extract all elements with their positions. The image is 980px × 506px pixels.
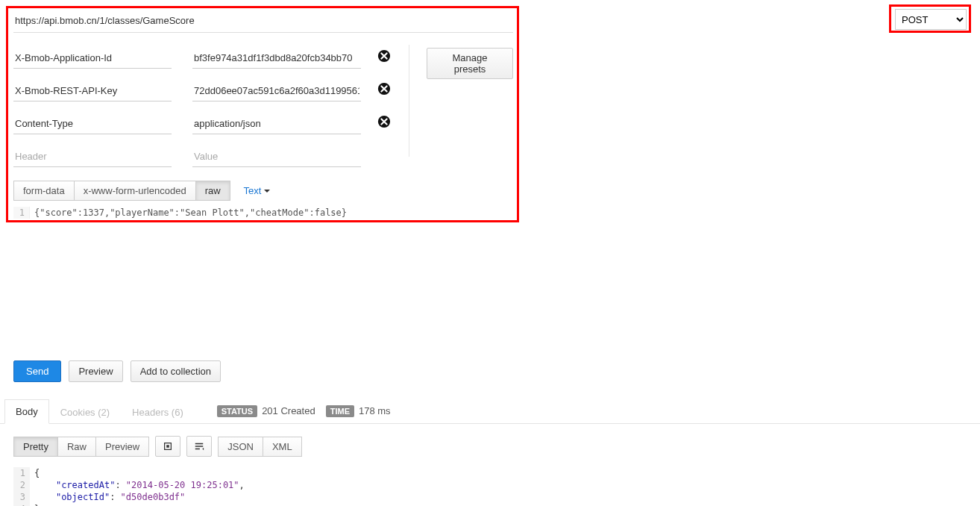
header-key-input[interactable] [13, 115, 172, 134]
view-raw[interactable]: Raw [58, 437, 96, 457]
header-row [13, 82, 391, 101]
remove-header-icon[interactable] [377, 115, 391, 128]
header-row-empty [13, 148, 391, 167]
vertical-separator [409, 45, 409, 157]
send-button[interactable]: Send [13, 360, 61, 382]
add-to-collection-button[interactable]: Add to collection [131, 360, 221, 382]
time-value: 178 ms [359, 405, 391, 416]
header-value-input[interactable] [192, 115, 361, 134]
manage-presets-button[interactable]: Manage presets [427, 48, 513, 79]
header-value-input[interactable] [192, 49, 361, 69]
status-value: 201 Created [262, 405, 315, 416]
format-json[interactable]: JSON [218, 437, 263, 457]
wrap-lines-icon[interactable] [186, 436, 212, 457]
header-key-input[interactable] [13, 82, 172, 101]
response-tab-headers[interactable]: Headers (6) [121, 400, 195, 424]
header-value-input[interactable] [192, 82, 361, 101]
request-url-input[interactable] [13, 12, 513, 33]
raw-format-dropdown[interactable]: Text [244, 185, 271, 196]
body-type-raw[interactable]: raw [196, 181, 230, 201]
svg-rect-4 [166, 445, 169, 448]
request-body-line: {"score":1337,"playerName":"Sean Plott",… [30, 207, 347, 219]
response-body-viewer: 1234 { "createdAt": "2014-05-20 19:25:01… [13, 467, 967, 506]
remove-header-icon[interactable] [377, 82, 391, 96]
header-row [13, 49, 391, 69]
format-xml[interactable]: XML [263, 437, 302, 457]
body-type-tabs: form-data x-www-form-urlencoded raw [13, 181, 230, 201]
copy-response-icon[interactable] [155, 436, 180, 457]
header-key-input[interactable] [13, 148, 172, 167]
request-body-editor[interactable]: 1 {"score":1337,"playerName":"Sean Plott… [13, 207, 967, 219]
time-chip: TIME [326, 405, 354, 417]
caret-down-icon [264, 190, 270, 193]
raw-format-label: Text [244, 185, 262, 196]
http-method-select[interactable]: POST [895, 9, 967, 30]
header-key-input[interactable] [13, 49, 172, 69]
preview-button[interactable]: Preview [69, 360, 122, 382]
remove-header-icon[interactable] [377, 49, 391, 63]
line-gutter: 1 [13, 207, 30, 219]
response-gutter: 1234 [13, 467, 30, 506]
view-pretty[interactable]: Pretty [13, 437, 58, 457]
header-row [13, 115, 391, 134]
view-preview[interactable]: Preview [96, 437, 149, 457]
body-type-urlencoded[interactable]: x-www-form-urlencoded [75, 181, 196, 201]
response-tab-cookies[interactable]: Cookies (2) [49, 400, 121, 424]
response-tab-body[interactable]: Body [4, 399, 49, 424]
status-chip: STATUS [217, 405, 257, 417]
header-value-input[interactable] [192, 148, 361, 167]
body-type-form-data[interactable]: form-data [13, 181, 75, 201]
